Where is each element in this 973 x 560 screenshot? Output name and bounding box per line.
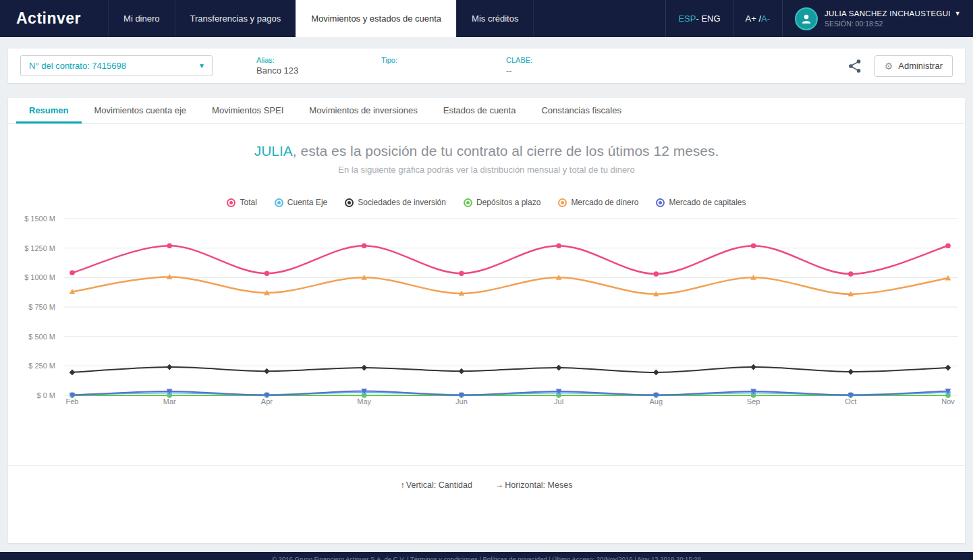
- alias-label: Alias:: [256, 56, 337, 64]
- horizontal-arrow-icon: →: [495, 480, 504, 490]
- legend-item-sociedades[interactable]: Sociedades de inversión: [345, 198, 446, 207]
- svg-text:Jul: Jul: [554, 397, 563, 405]
- tab-estados-de-cuenta[interactable]: Estados de cuenta: [430, 98, 529, 123]
- user-avatar-icon: [795, 7, 818, 30]
- page-footer: © 2016 Grupo Financiero Actinver S.A. de…: [0, 552, 973, 560]
- font-size-toggle[interactable]: A+ / A-: [733, 0, 783, 37]
- chart-legend: Total Cuenta Eje Sociedades de inversión…: [8, 198, 965, 207]
- svg-text:Feb: Feb: [66, 397, 79, 405]
- user-menu[interactable]: JULIA SANCHEZ INCHAUSTEGUI ▼ SESIÓN: 00:…: [782, 0, 973, 37]
- alias-value: Banco 123: [256, 65, 337, 76]
- clabe-value: --: [506, 65, 587, 76]
- legend-marker-icon: [345, 198, 354, 207]
- font-plus[interactable]: A+ /: [746, 13, 762, 24]
- legend-marker-icon: [558, 198, 567, 207]
- svg-text:$ 1250 M: $ 1250 M: [24, 244, 55, 252]
- navbar-right: ESP - ENG A+ / A- JULIA SANCHEZ INCHAUST…: [665, 0, 973, 37]
- main-menu: Mi dinero Transferencias y pagos Movimie…: [108, 0, 534, 37]
- tab-bar: Resumen Movimientos cuenta eje Movimient…: [8, 98, 965, 124]
- line-chart-svg[interactable]: $ 1500 M$ 1250 M$ 1000 M$ 750 M$ 500 M$ …: [8, 210, 965, 412]
- svg-text:Sep: Sep: [747, 397, 760, 405]
- nav-item-mi-dinero[interactable]: Mi dinero: [108, 0, 174, 37]
- gear-icon: ⚙: [885, 61, 893, 72]
- language-toggle[interactable]: ESP - ENG: [665, 0, 732, 37]
- administrar-button[interactable]: ⚙ Administrar: [874, 55, 953, 77]
- nav-item-transferencias[interactable]: Transferencias y pagos: [175, 0, 296, 37]
- contract-bar: N° del contrato: 7415698 ▼ Alias: Banco …: [8, 49, 965, 83]
- page-title: JULIA, esta es la posición de tu contrat…: [8, 143, 965, 159]
- main-content: Resumen Movimientos cuenta eje Movimient…: [8, 98, 965, 543]
- svg-text:Jun: Jun: [455, 397, 468, 405]
- session-timer: SESIÓN: 00:18:52: [825, 19, 961, 28]
- clabe-label: CLABE:: [506, 56, 587, 64]
- svg-text:May: May: [357, 397, 371, 405]
- svg-text:Oct: Oct: [845, 397, 856, 405]
- chevron-down-icon: ▼: [198, 62, 205, 69]
- tab-resumen[interactable]: Resumen: [16, 98, 82, 123]
- legend-label: Mercado de capitales: [669, 198, 746, 207]
- legend-item-total[interactable]: Total: [227, 198, 256, 207]
- legend-marker-icon: [464, 198, 472, 207]
- nav-item-movimientos[interactable]: Movimientos y estados de cuenta: [296, 0, 456, 37]
- horizontal-note: Horizontal: Meses: [505, 480, 572, 490]
- legend-item-cuenta-eje[interactable]: Cuenta Eje: [275, 198, 327, 207]
- contract-select[interactable]: N° del contrato: 7415698 ▼: [20, 55, 213, 76]
- nav-item-creditos[interactable]: Mis créditos: [456, 0, 534, 37]
- legend-item-mercado-capitales[interactable]: Mercado de capitales: [656, 198, 746, 207]
- tipo-value: [381, 65, 462, 76]
- legend-label: Mercado de dinero: [571, 198, 638, 207]
- svg-text:Apr: Apr: [261, 397, 273, 405]
- legend-label: Total: [240, 198, 256, 207]
- top-navbar: Actinver Mi dinero Transferencias y pago…: [0, 0, 973, 37]
- administrar-label: Administrar: [898, 61, 943, 71]
- page-title-username: JULIA: [254, 143, 293, 159]
- svg-text:$ 750 M: $ 750 M: [28, 303, 55, 311]
- chevron-down-icon[interactable]: ▼: [955, 9, 961, 18]
- font-minus[interactable]: A-: [761, 13, 770, 24]
- page-subtitle: En la siguiente gráfica podrás ver la di…: [8, 165, 965, 175]
- share-icon[interactable]: [847, 59, 862, 74]
- tab-movimientos-inversiones[interactable]: Movimientos de inversiones: [296, 98, 430, 123]
- contract-select-value: N° del contrato: 7415698: [29, 61, 126, 71]
- lang-esp[interactable]: ESP: [678, 13, 696, 24]
- tipo-field: Tipo:: [381, 56, 462, 76]
- svg-text:$ 1500 M: $ 1500 M: [24, 215, 55, 223]
- tab-constancias-fiscales[interactable]: Constancias fiscales: [528, 98, 634, 123]
- clabe-field: CLABE: --: [506, 56, 587, 76]
- alias-field: Alias: Banco 123: [256, 56, 337, 76]
- svg-text:Mar: Mar: [163, 397, 176, 405]
- legend-marker-icon: [656, 198, 665, 207]
- lang-eng[interactable]: - ENG: [696, 13, 720, 24]
- svg-text:Aug: Aug: [650, 397, 663, 405]
- vertical-arrow-icon: ↑: [401, 480, 405, 490]
- svg-text:$ 1000 M: $ 1000 M: [24, 273, 55, 281]
- legend-item-depositos[interactable]: Depósitos a plazo: [464, 198, 540, 207]
- user-name: JULIA SANCHEZ INCHAUSTEGUI: [825, 9, 951, 20]
- brand-logo[interactable]: Actinver: [0, 0, 108, 37]
- tab-movimientos-spei[interactable]: Movimientos SPEI: [199, 98, 296, 123]
- svg-text:Nov: Nov: [941, 397, 955, 405]
- page-title-rest: , esta es la posición de tu contrato al …: [293, 143, 719, 159]
- legend-label: Depósitos a plazo: [476, 198, 540, 207]
- svg-text:$ 250 M: $ 250 M: [28, 362, 55, 370]
- line-chart: $ 1500 M$ 1250 M$ 1000 M$ 750 M$ 500 M$ …: [8, 210, 965, 412]
- vertical-note: Vertical: Cantidad: [406, 480, 472, 490]
- legend-label: Cuenta Eje: [287, 198, 327, 207]
- legend-marker-icon: [275, 198, 283, 207]
- legend-item-mercado-dinero[interactable]: Mercado de dinero: [558, 198, 638, 207]
- tipo-label: Tipo:: [381, 56, 462, 64]
- tab-movimientos-cuenta-eje[interactable]: Movimientos cuenta eje: [82, 98, 200, 123]
- svg-text:$ 500 M: $ 500 M: [28, 333, 55, 341]
- legend-label: Sociedades de inversión: [358, 198, 446, 207]
- footer-text: © 2016 Grupo Financiero Actinver S.A. de…: [272, 555, 701, 560]
- axis-note: ↑Vertical: Cantidad →Horizontal: Meses: [8, 465, 965, 490]
- legend-marker-icon: [227, 198, 235, 207]
- svg-text:$ 0 M: $ 0 M: [36, 391, 55, 399]
